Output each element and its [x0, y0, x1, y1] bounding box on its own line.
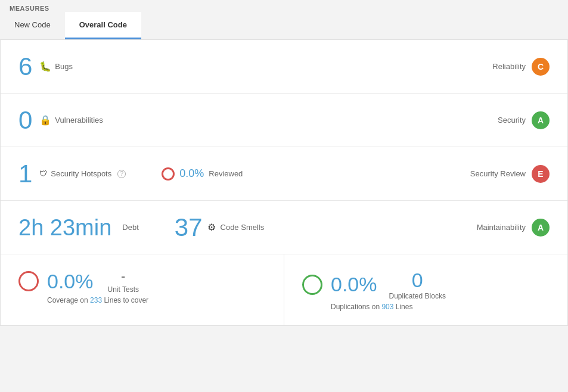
- vuln-rating-label: Security: [498, 116, 526, 125]
- coverage-lines-link[interactable]: 233: [90, 296, 102, 304]
- dup-circle: [302, 275, 322, 295]
- vuln-label-group: 🔒 Vulnerabilities: [39, 114, 103, 126]
- measures-header: MEASURES: [0, 0, 568, 12]
- debt-rating-badge: A: [532, 219, 550, 237]
- tabs-bar: New Code Overall Code: [0, 12, 568, 39]
- reviewed-label: Reviewed: [209, 169, 243, 178]
- debt-row: 2h 23min Debt 37 ⚙ Code Smells Maintaina…: [1, 201, 567, 254]
- dup-lines-link[interactable]: 903: [381, 303, 393, 311]
- vuln-right: Security A: [498, 111, 550, 129]
- bugs-rating-label: Reliability: [492, 62, 526, 71]
- hotspots-row: 1 🛡 Security Hotspots ? 0.0% Reviewed Se…: [1, 147, 567, 201]
- coverage-sub: Coverage on 233 Lines to cover: [18, 296, 266, 304]
- vuln-label: Vulnerabilities: [55, 116, 103, 125]
- lock-icon: 🔒: [39, 114, 51, 126]
- hotspot-label: Security Hotspots: [51, 169, 111, 178]
- bugs-main: 6 🐛 Bugs: [18, 54, 492, 79]
- code-smells-section: 37 ⚙ Code Smells: [175, 215, 264, 240]
- reviewed-pct: 0.0%: [179, 167, 204, 180]
- dup-text: Duplications on: [331, 303, 381, 311]
- unit-tests-dash: -: [121, 269, 125, 284]
- debt-right: Maintainability A: [477, 219, 550, 237]
- hotspot-main: 1 🛡 Security Hotspots ? 0.0% Reviewed: [18, 161, 470, 186]
- hotspot-help-icon[interactable]: ?: [117, 170, 126, 178]
- vuln-rating-badge: A: [532, 111, 550, 129]
- unit-tests-section: - Unit Tests: [108, 269, 139, 294]
- smells-label: Code Smells: [221, 223, 265, 232]
- dup-blocks-section: 0 Duplicated Blocks: [389, 269, 446, 300]
- tab-overall-code[interactable]: Overall Code: [65, 12, 141, 39]
- hotspot-rating-badge: E: [532, 165, 550, 183]
- smell-icon: ⚙: [207, 222, 216, 233]
- reviewed-circle: [162, 167, 175, 181]
- dup-blocks-label: Duplicated Blocks: [389, 292, 446, 300]
- debt-label: Debt: [122, 223, 138, 232]
- main-content: 6 🐛 Bugs Reliability C 0 🔒 Vulnerabiliti…: [0, 39, 568, 326]
- unit-tests-label: Unit Tests: [108, 285, 139, 294]
- vuln-main: 0 🔒 Vulnerabilities: [18, 108, 498, 133]
- bottom-row: 0.0% - Unit Tests Coverage on 233 Lines …: [1, 254, 567, 325]
- page-wrapper: MEASURES New Code Overall Code 6 🐛 Bugs …: [0, 0, 568, 392]
- hotspot-rating-label: Security Review: [470, 169, 526, 178]
- coverage-circle: [18, 271, 39, 291]
- debt-main: 2h 23min Debt 37 ⚙ Code Smells: [18, 215, 477, 240]
- duplications-panel: 0.0% 0 Duplicated Blocks Duplications on…: [284, 254, 567, 325]
- coverage-text: Coverage on: [47, 296, 90, 304]
- dup-blocks-value: 0: [412, 269, 423, 292]
- vulnerabilities-row: 0 🔒 Vulnerabilities Security A: [1, 94, 567, 147]
- dup-pct: 0.0%: [331, 273, 377, 296]
- coverage-top: 0.0% - Unit Tests: [18, 269, 266, 294]
- debt-rating-label: Maintainability: [477, 223, 526, 232]
- hotspot-value: 1: [18, 161, 32, 186]
- debt-section: 2h 23min Debt: [18, 216, 139, 239]
- coverage-panel: 0.0% - Unit Tests Coverage on 233 Lines …: [1, 254, 284, 325]
- vuln-value: 0: [18, 108, 32, 133]
- reviewed-section: 0.0% Reviewed: [162, 167, 243, 181]
- tab-new-code[interactable]: New Code: [0, 12, 65, 39]
- dup-top: 0.0% 0 Duplicated Blocks: [302, 269, 550, 300]
- bugs-rating-badge: C: [532, 58, 550, 76]
- bugs-right: Reliability C: [492, 58, 550, 76]
- dup-sub: Duplications on 903 Lines: [302, 303, 550, 311]
- dup-main: 0.0%: [302, 273, 377, 296]
- smells-value: 37: [175, 215, 203, 240]
- bugs-row: 6 🐛 Bugs Reliability C: [1, 40, 567, 94]
- coverage-pct: 0.0%: [47, 270, 94, 293]
- hotspot-label-group: 🛡 Security Hotspots ?: [39, 169, 126, 178]
- shield-icon: 🛡: [39, 169, 47, 178]
- debt-value: 2h 23min: [18, 216, 111, 239]
- bug-icon: 🐛: [39, 61, 51, 72]
- bugs-value: 6: [18, 54, 32, 79]
- measures-label: MEASURES: [10, 5, 49, 12]
- hotspot-right: Security Review E: [470, 165, 550, 183]
- coverage-main: 0.0%: [18, 270, 94, 293]
- bugs-label-group: 🐛 Bugs: [39, 61, 73, 72]
- bugs-label: Bugs: [55, 62, 73, 71]
